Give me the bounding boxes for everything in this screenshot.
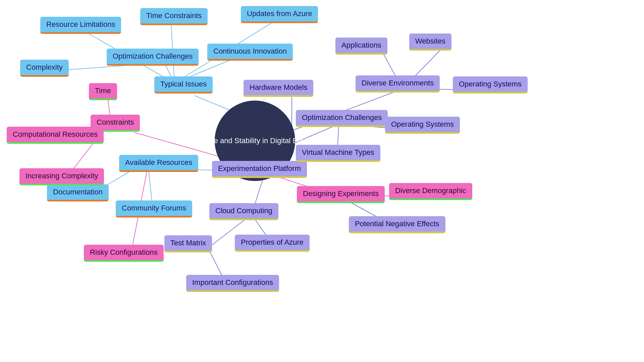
complexity-node[interactable]: Complexity	[20, 60, 69, 77]
applications-node[interactable]: Applications	[335, 38, 387, 55]
designing-experiments-node[interactable]: Designing Experiments	[297, 186, 385, 203]
virtual-machine-types-node[interactable]: Virtual Machine Types	[296, 145, 380, 162]
complexity-label: Complexity	[26, 63, 63, 71]
time-constraints-node[interactable]: Time Constraints	[140, 8, 208, 25]
potential-negative-effects-label: Potential Negative Effects	[355, 220, 439, 228]
operating-systems-top-node[interactable]: Operating Systems	[453, 76, 528, 94]
cloud-computing-node[interactable]: Cloud Computing	[209, 203, 278, 220]
hardware-models-node[interactable]: Hardware Models	[244, 80, 313, 97]
increasing-complexity-label: Increasing Complexity	[25, 172, 98, 180]
optimization-challenges-blue-label: Optimization Challenges	[113, 52, 193, 60]
updates-from-azure-node[interactable]: Updates from Azure	[241, 6, 318, 23]
continuous-innovation-label: Continuous Innovation	[213, 47, 287, 55]
diverse-environments-node[interactable]: Diverse Environments	[356, 75, 440, 93]
designing-experiments-label: Designing Experiments	[303, 189, 379, 198]
properties-of-azure-label: Properties of Azure	[241, 238, 304, 246]
test-matrix-node[interactable]: Test Matrix	[164, 235, 212, 252]
experimentation-platform-node[interactable]: Experimentation Platform	[212, 161, 307, 178]
community-forums-label: Community Forums	[122, 204, 186, 212]
diverse-environments-label: Diverse Environments	[362, 79, 434, 87]
community-forums-node[interactable]: Community Forums	[116, 200, 192, 218]
applications-label: Applications	[341, 41, 381, 49]
optimization-challenges-blue-node[interactable]: Optimization Challenges	[107, 49, 199, 66]
time-pink-node[interactable]: Time	[89, 83, 117, 100]
operating-systems-top-label: Operating Systems	[459, 80, 522, 88]
computational-resources-node[interactable]: Computational Resources	[7, 127, 104, 144]
center-label: Performance and Stability in Digital Env…	[176, 136, 334, 145]
available-resources-node[interactable]: Available Resources	[119, 155, 198, 172]
experimentation-platform-label: Experimentation Platform	[218, 164, 301, 173]
operating-systems-mid-node[interactable]: Operating Systems	[385, 117, 460, 134]
time-constraints-label: Time Constraints	[146, 11, 202, 20]
risky-configurations-label: Risky Configurations	[90, 248, 158, 256]
computational-resources-label: Computational Resources	[13, 130, 98, 138]
constraints-label: Constraints	[97, 118, 134, 126]
documentation-node[interactable]: Documentation	[47, 184, 109, 201]
diverse-demographic-label: Diverse Demographic	[395, 186, 466, 195]
important-configurations-node[interactable]: Important Configurations	[186, 275, 279, 292]
increasing-complexity-node[interactable]: Increasing Complexity	[19, 168, 104, 185]
resource-limitations-node[interactable]: Resource Limitations	[40, 17, 121, 34]
typical-issues-label: Typical Issues	[160, 80, 207, 88]
documentation-label: Documentation	[53, 188, 103, 196]
potential-negative-effects-node[interactable]: Potential Negative Effects	[349, 216, 445, 233]
virtual-machine-types-label: Virtual Machine Types	[302, 148, 374, 157]
resource-limitations-label: Resource Limitations	[46, 20, 115, 28]
time-pink-label: Time	[95, 86, 111, 95]
optimization-challenges-purple-label: Optimization Challenges	[302, 113, 382, 122]
diverse-demographic-node[interactable]: Diverse Demographic	[389, 183, 472, 200]
test-matrix-label: Test Matrix	[170, 239, 206, 247]
continuous-innovation-node[interactable]: Continuous Innovation	[207, 44, 293, 61]
typical-issues-node[interactable]: Typical Issues	[154, 76, 213, 94]
websites-node[interactable]: Websites	[409, 34, 451, 51]
cloud-computing-label: Cloud Computing	[215, 206, 272, 215]
properties-of-azure-node[interactable]: Properties of Azure	[235, 235, 310, 252]
risky-configurations-node[interactable]: Risky Configurations	[84, 245, 164, 262]
websites-label: Websites	[415, 37, 445, 45]
optimization-challenges-purple-node[interactable]: Optimization Challenges	[296, 110, 388, 127]
operating-systems-mid-label: Operating Systems	[391, 120, 454, 128]
important-configurations-label: Important Configurations	[192, 278, 273, 287]
hardware-models-label: Hardware Models	[250, 83, 307, 92]
updates-from-azure-label: Updates from Azure	[247, 9, 312, 18]
available-resources-label: Available Resources	[125, 158, 192, 167]
